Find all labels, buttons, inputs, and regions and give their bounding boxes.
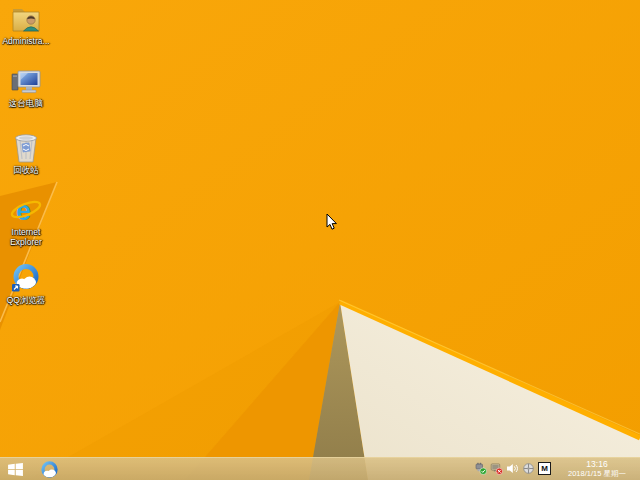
recycle-bin-icon (9, 131, 43, 165)
svg-text:e: e (16, 196, 31, 226)
input-method-indicator[interactable]: M (538, 462, 551, 475)
system-tray: M 13:16 2018/1/15 星期一 (474, 460, 640, 478)
user-folder-icon (9, 2, 43, 36)
desktop-icon-label: QQ浏览器 (7, 296, 46, 306)
network-disconnected-icon[interactable] (490, 462, 503, 475)
qq-browser-icon (40, 460, 59, 479)
desktop-icon-recycle-bin[interactable]: 回收站 (0, 131, 52, 176)
computer-icon (9, 64, 43, 98)
desktop-icon-label: Internet Explorer (0, 228, 52, 248)
wallpaper-windows81-orange (0, 0, 640, 480)
volume-icon[interactable] (506, 462, 519, 475)
tray-disc-icon[interactable] (522, 462, 535, 475)
windows-logo-icon (8, 463, 23, 476)
safely-remove-hardware-icon[interactable] (474, 462, 487, 475)
desktop-icon-label: 回收站 (13, 166, 39, 176)
taskbar-clock[interactable]: 13:16 2018/1/15 星期一 (554, 460, 638, 478)
input-method-letter: M (541, 465, 548, 473)
desktop-icon-label: 这台电脑 (9, 99, 43, 109)
desktop-icon-this-pc[interactable]: 这台电脑 (0, 64, 52, 109)
desktop-icon-administrator-folder[interactable]: Administra... (0, 2, 52, 47)
start-button[interactable] (0, 458, 30, 480)
desktop-icon-internet-explorer[interactable]: e Internet Explorer (0, 193, 52, 248)
desktop-icon-qq-browser[interactable]: QQ浏览器 (0, 261, 52, 306)
desktop-icon-label: Administra... (2, 37, 49, 47)
clock-date: 2018/1/15 星期一 (559, 470, 635, 479)
taskbar-app-qq-browser[interactable] (36, 458, 62, 480)
ie-icon: e (9, 193, 43, 227)
desktop-screen: Administra... 这台电脑 (0, 0, 640, 480)
qq-browser-icon (9, 261, 43, 295)
taskbar: M 13:16 2018/1/15 星期一 (0, 457, 640, 480)
